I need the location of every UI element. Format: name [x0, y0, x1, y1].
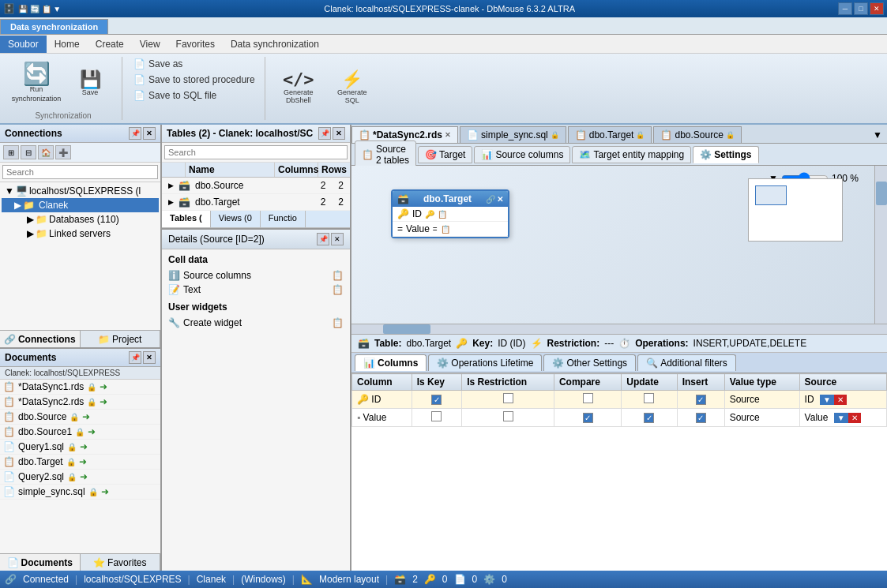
table-row-target[interactable]: ▶ 🗃️ dbo.Target 2 2 [162, 194, 350, 211]
tables-pin-btn[interactable]: 📌 [318, 127, 331, 140]
cell-update-id[interactable] [622, 391, 677, 409]
checkbox-compare-value[interactable] [583, 413, 593, 423]
doc-item-datasync2[interactable]: 📋 *DataSync2.rds 🔒 ➜ [0, 395, 160, 410]
tree-node-clanek[interactable]: ▶ 📁 Clanek [2, 198, 159, 212]
menu-create[interactable]: Create [88, 36, 132, 53]
save-to-stored-proc-button[interactable]: 📄 Save to stored procedure [130, 73, 258, 87]
doc-item-query1[interactable]: 📄 Query1.sql 🔒 ➜ [0, 440, 160, 455]
subtab-tables[interactable]: Tables ( [162, 211, 211, 227]
maximize-button[interactable]: □ [854, 2, 868, 15]
checkbox-iskey-id[interactable] [431, 395, 442, 405]
doc-item-source[interactable]: 📋 dbo.Source 🔒 ➜ [0, 410, 160, 425]
cell-insert-value[interactable] [677, 409, 724, 427]
canvas-scrollbar[interactable] [874, 166, 887, 324]
horiz-scrollbar-thumb[interactable] [383, 324, 430, 334]
doc-item-target[interactable]: 📋 dbo.Target 🔒 ➜ [0, 455, 160, 470]
entity-box-target[interactable]: 🗃️ dbo.Target 🔗 ✕ 🔑 ID 🔑 📋 [391, 189, 509, 238]
checkbox-update-value[interactable] [644, 413, 654, 423]
horiz-scrollbar[interactable] [351, 324, 887, 335]
row-id-del-btn[interactable]: ✕ [834, 395, 847, 405]
settings-tab-settings[interactable]: ⚙️ Settings [693, 146, 758, 163]
menu-favorites[interactable]: Favorites [168, 36, 223, 53]
settings-tab-target[interactable]: 🎯 Target [418, 146, 472, 163]
checkbox-isrestr-value[interactable] [503, 411, 513, 421]
conn-btn-2[interactable]: ✕ [143, 127, 156, 140]
checkbox-iskey-value[interactable] [431, 411, 442, 421]
doc-tab-close-1[interactable]: ✕ [445, 131, 451, 139]
docs-close-btn[interactable]: ✕ [143, 351, 156, 364]
cell-insert-id[interactable] [677, 391, 724, 409]
cell-compare-id[interactable] [554, 391, 621, 409]
tab-data-synchronization[interactable]: Data synchronization [0, 19, 108, 34]
content-tab-columns[interactable]: 📊 Columns [355, 354, 427, 371]
tab-connections[interactable]: 🔗 Connections [0, 331, 81, 347]
tables-close-btn[interactable]: ✕ [333, 127, 345, 140]
details-close-btn[interactable]: ✕ [331, 233, 344, 245]
tab-documents[interactable]: 📄 Documents [0, 554, 81, 571]
settings-tab-source-cols[interactable]: 📊 Source columns [474, 146, 570, 163]
minimize-button[interactable]: ─ [838, 2, 852, 15]
menu-home[interactable]: Home [47, 36, 88, 53]
expand-all-btn[interactable]: ⊞ [3, 145, 19, 159]
content-tab-ops-lifetime[interactable]: ⚙️ Operations Lifetime [428, 354, 542, 371]
connections-search-input[interactable] [2, 165, 158, 179]
tables-search-input[interactable] [164, 145, 348, 159]
cell-item-text[interactable]: 📝 Text 📋 [168, 283, 344, 297]
table-row-id[interactable]: 🔑 ID [352, 391, 887, 409]
checkbox-update-id[interactable] [644, 393, 654, 403]
cell-isrestr-value[interactable] [462, 409, 554, 427]
row-id-split-btn[interactable]: ▼ [820, 395, 834, 405]
cell-isrestr-id[interactable] [462, 391, 554, 409]
add-conn-btn[interactable]: ➕ [55, 145, 71, 159]
subtab-views[interactable]: Views (0 [211, 211, 261, 227]
run-sync-button[interactable]: 🔄 Runsynchronization [11, 58, 62, 109]
doc-item-source1[interactable]: 📋 dbo.Source1 🔒 ➜ [0, 425, 160, 440]
doc-item-simple-sync[interactable]: 📄 simple_sync.sql 🔒 ➜ [0, 485, 160, 500]
save-to-sql-button[interactable]: 📄 Save to SQL file [130, 88, 258, 103]
checkbox-compare-id[interactable] [583, 393, 593, 403]
docs-pin-btn[interactable]: 📌 [129, 351, 141, 364]
cell-item-create-widget[interactable]: 🔧 Create widget 📋 [168, 316, 344, 330]
menu-view[interactable]: View [132, 36, 168, 53]
doc-item-datasync1[interactable]: 📋 *DataSync1.rds 🔒 ➜ [0, 380, 160, 395]
checkbox-insert-value[interactable] [696, 413, 706, 423]
details-pin-btn[interactable]: 📌 [317, 233, 329, 245]
doc-tab-source[interactable]: 📋 dbo.Source 🔒 [653, 126, 741, 143]
doc-item-query2[interactable]: 📄 Query2.sql 🔒 ➜ [0, 470, 160, 485]
checkbox-isrestr-id[interactable] [503, 393, 513, 403]
tab-favorites[interactable]: ⭐ Favorites [81, 554, 161, 571]
cell-iskey-id[interactable] [412, 391, 461, 409]
generate-dbshell-button[interactable]: </> GenerateDbShell [273, 62, 324, 113]
save-as-button[interactable]: 📄 Save as [130, 57, 258, 71]
row-value-split-btn[interactable]: ▼ [834, 413, 848, 423]
tab-project[interactable]: 📁 Project [81, 331, 161, 347]
cell-iskey-value[interactable] [412, 409, 461, 427]
window-controls[interactable]: ─ □ ✕ [838, 2, 884, 15]
collapse-all-btn[interactable]: ⊟ [21, 145, 36, 159]
home-conn-btn[interactable]: 🏠 [38, 145, 54, 159]
checkbox-insert-id[interactable] [696, 395, 706, 405]
entity-link-btn[interactable]: 🔗 [486, 195, 495, 204]
menu-soubor[interactable]: Soubor [0, 36, 47, 53]
cell-item-source-cols[interactable]: ℹ️ Source columns 📋 [168, 268, 344, 283]
tree-node-linked[interactable]: ▶ 📁 Linked servers [2, 227, 159, 241]
subtab-functions[interactable]: Functio [261, 211, 306, 227]
doc-tabs-more[interactable]: ▼ [868, 127, 887, 143]
tree-node-server[interactable]: ▼ 🖥️ localhost/SQLEXPRESS (l [2, 184, 159, 198]
conn-btn-1[interactable]: 📌 [129, 127, 141, 140]
close-button[interactable]: ✕ [870, 2, 884, 15]
menu-data-sync[interactable]: Data synchronization [223, 36, 327, 53]
table-row-source[interactable]: ▶ 🗃️ dbo.Source 2 2 [162, 178, 350, 194]
content-tab-additional-filters[interactable]: 🔍 Additional filters [637, 354, 736, 371]
settings-tab-target-mapping[interactable]: 🗺️ Target entity mapping [572, 146, 691, 163]
generate-sql-button[interactable]: ⚡ GenerateSQL [327, 62, 378, 113]
cell-update-value[interactable] [622, 409, 677, 427]
scrollbar-thumb[interactable] [876, 182, 887, 205]
save-button[interactable]: 💾 Save [65, 58, 115, 109]
cell-compare-value[interactable] [554, 409, 621, 427]
doc-tab-target[interactable]: 📋 dbo.Target 🔒 [568, 126, 652, 143]
doc-tab-simple-sync[interactable]: 📄 simple_sync.sql 🔒 [460, 126, 566, 143]
entity-close-btn[interactable]: ✕ [497, 195, 503, 204]
tree-node-databases[interactable]: ▶ 📁 Databases (110) [2, 212, 159, 227]
table-row-value[interactable]: ▪ Value [352, 409, 887, 427]
